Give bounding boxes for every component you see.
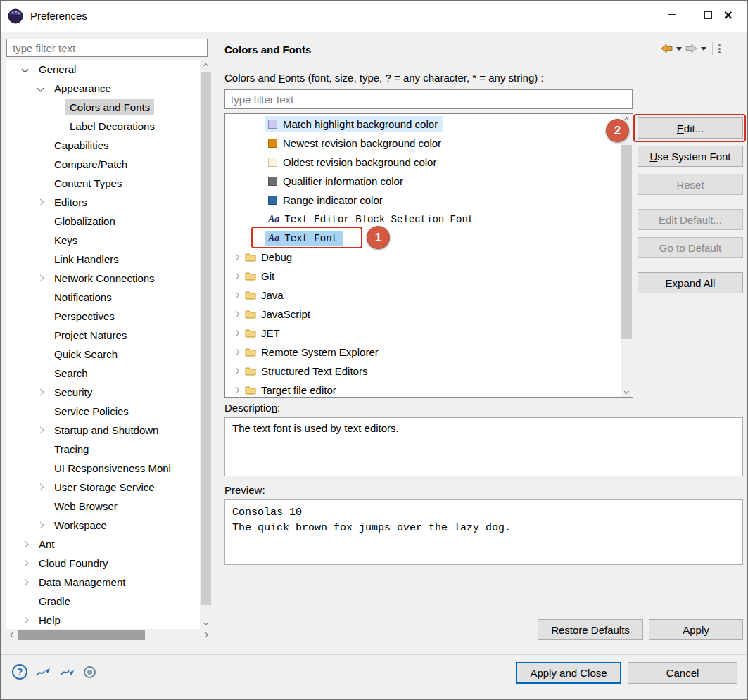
sidebar-item-appearance[interactable]: Appearance	[6, 79, 200, 98]
close-button[interactable]	[712, 4, 743, 26]
list-item-range-indicator-color[interactable]: Range indicator color	[225, 191, 632, 210]
list-item-text-editor-block-selection-font[interactable]: AaText Editor Block Selection Font	[225, 210, 632, 229]
back-button[interactable]	[661, 44, 673, 53]
sidebar-item-security[interactable]: Security	[6, 383, 200, 402]
scrollbar-thumb[interactable]	[18, 630, 145, 640]
sidebar-item-label-decorations[interactable]: Label Decorations	[6, 117, 200, 136]
scroll-down-icon[interactable]	[621, 386, 633, 397]
list-item-oldest-revision-background-color[interactable]: Oldest revision background color	[225, 153, 632, 172]
reset-button[interactable]: Reset	[638, 174, 743, 195]
sidebar-item-cloud-foundry[interactable]: Cloud Foundry	[6, 554, 200, 573]
forward-button[interactable]	[685, 44, 697, 53]
sidebar-filter-input[interactable]	[6, 39, 208, 57]
scroll-up-icon[interactable]	[621, 114, 633, 126]
scroll-left-icon[interactable]	[6, 629, 18, 641]
colors-fonts-filter-input[interactable]	[224, 89, 633, 109]
apply-and-close-button[interactable]: Apply and Close	[516, 662, 621, 684]
edit-button[interactable]: Edit...	[638, 117, 743, 139]
sidebar-item-ui-responsiveness-moni[interactable]: UI Responsiveness Moni	[6, 459, 200, 478]
expand-chevron-icon[interactable]	[21, 617, 28, 624]
sidebar-item-project-natures[interactable]: Project Natures	[6, 326, 200, 345]
scrollbar-thumb[interactable]	[621, 145, 632, 339]
list-item-java[interactable]: Java	[225, 286, 632, 305]
record-preferences-button[interactable]	[84, 666, 96, 678]
sidebar-item-capabilities[interactable]: Capabilities	[6, 136, 200, 155]
expand-chevron-icon[interactable]	[233, 368, 240, 375]
expand-chevron-icon[interactable]	[233, 254, 240, 261]
expand-chevron-icon[interactable]	[233, 273, 240, 280]
sidebar-item-link-handlers[interactable]: Link Handlers	[6, 250, 200, 269]
sidebar-item-search[interactable]: Search	[6, 364, 200, 383]
expand-chevron-icon[interactable]	[21, 579, 28, 586]
expand-chevron-icon[interactable]	[21, 541, 28, 548]
sidebar-vertical-scrollbar[interactable]	[200, 60, 212, 629]
scroll-down-icon[interactable]	[200, 617, 212, 629]
go-to-default-button[interactable]: Go to Default	[638, 237, 743, 258]
sidebar-item-network-connections[interactable]: Network Connections	[6, 269, 200, 288]
list-item-qualifier-information-color[interactable]: Qualifier information color	[225, 172, 632, 191]
expand-chevron-icon[interactable]	[21, 560, 28, 567]
list-item-newest-revision-background-color[interactable]: Newest revision background color	[225, 134, 632, 153]
forward-menu-button[interactable]	[701, 47, 706, 51]
expand-chevron-icon[interactable]	[37, 275, 44, 282]
sidebar-item-colors-and-fonts[interactable]: Colors and Fonts	[6, 98, 200, 117]
collapse-chevron-icon[interactable]	[21, 66, 28, 73]
scrollbar-thumb[interactable]	[201, 72, 211, 605]
sidebar-item-quick-search[interactable]: Quick Search	[6, 345, 200, 364]
back-menu-button[interactable]	[676, 47, 682, 51]
export-preferences-button[interactable]	[36, 666, 51, 678]
minimize-button[interactable]	[656, 4, 687, 26]
sidebar-item-service-policies[interactable]: Service Policies	[6, 402, 200, 421]
use-system-font-button[interactable]: Use System Font	[638, 146, 743, 167]
expand-chevron-icon[interactable]	[233, 292, 240, 299]
collapse-chevron-icon[interactable]	[37, 85, 44, 92]
sidebar-item-tracing[interactable]: Tracing	[6, 440, 200, 459]
expand-all-button[interactable]: Expand All	[638, 272, 743, 293]
list-item-text-font[interactable]: AaText Font	[225, 229, 632, 248]
sidebar-item-content-types[interactable]: Content Types	[6, 174, 200, 193]
sidebar-item-help[interactable]: Help	[6, 611, 200, 630]
sidebar-item-perspectives[interactable]: Perspectives	[6, 307, 200, 326]
list-item-structured-text-editors[interactable]: Structured Text Editors	[225, 362, 632, 381]
sidebar-item-keys[interactable]: Keys	[6, 231, 200, 250]
sidebar-item-gradle[interactable]: Gradle	[6, 592, 200, 611]
sidebar-item-notifications[interactable]: Notifications	[6, 288, 200, 307]
sidebar-item-compare-patch[interactable]: Compare/Patch	[6, 155, 200, 174]
expand-chevron-icon[interactable]	[37, 389, 44, 396]
sidebar-item-ant[interactable]: Ant	[6, 535, 200, 554]
scroll-right-icon[interactable]	[200, 629, 212, 641]
expand-chevron-icon[interactable]	[233, 311, 240, 318]
expand-chevron-icon[interactable]	[37, 199, 44, 206]
list-item-target-file-editor[interactable]: Target file editor	[225, 381, 632, 398]
apply-button[interactable]: Apply	[649, 619, 743, 640]
import-preferences-button[interactable]	[60, 666, 75, 678]
sidebar-item-web-browser[interactable]: Web Browser	[6, 497, 200, 516]
sidebar-item-user-storage-service[interactable]: User Storage Service	[6, 478, 200, 497]
sidebar-item-general[interactable]: General	[6, 60, 200, 79]
list-item-debug[interactable]: Debug	[225, 248, 632, 267]
sidebar-item-globalization[interactable]: Globalization	[6, 212, 200, 231]
cancel-button[interactable]: Cancel	[628, 662, 737, 684]
sidebar-item-workspace[interactable]: Workspace	[6, 516, 200, 535]
list-item-git[interactable]: Git	[225, 267, 632, 286]
sidebar-item-startup-and-shutdown[interactable]: Startup and Shutdown	[6, 421, 200, 440]
sidebar-horizontal-scrollbar[interactable]	[6, 629, 212, 641]
list-item-match-highlight-background-color[interactable]: Match highlight background color	[225, 115, 632, 134]
list-item-remote-system-explorer[interactable]: Remote System Explorer	[225, 343, 632, 362]
view-menu-button[interactable]	[718, 44, 721, 53]
list-item-jet[interactable]: JET	[225, 324, 632, 343]
list-vertical-scrollbar[interactable]	[621, 114, 633, 397]
sidebar-item-editors[interactable]: Editors	[6, 193, 200, 212]
expand-chevron-icon[interactable]	[37, 427, 44, 434]
expand-chevron-icon[interactable]	[37, 484, 44, 491]
expand-chevron-icon[interactable]	[233, 330, 240, 337]
expand-chevron-icon[interactable]	[233, 349, 240, 356]
edit-default-button[interactable]: Edit Default...	[638, 209, 743, 230]
expand-chevron-icon[interactable]	[37, 522, 44, 529]
help-button[interactable]: ?	[12, 664, 27, 680]
list-item-javascript[interactable]: JavaScript	[225, 305, 632, 324]
scroll-up-icon[interactable]	[200, 60, 212, 72]
expand-chevron-icon[interactable]	[233, 387, 240, 394]
sidebar-item-data-management[interactable]: Data Management	[6, 573, 200, 592]
restore-defaults-button[interactable]: Restore Defaults	[538, 619, 643, 640]
